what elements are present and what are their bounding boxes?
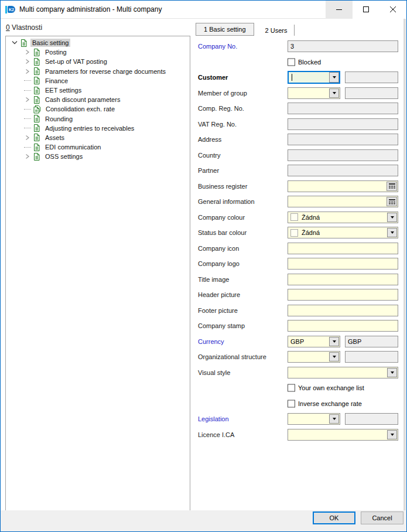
combo-member-of-group[interactable] <box>288 87 340 99</box>
caret-down-icon <box>333 356 336 358</box>
dropdown-button[interactable] <box>387 213 397 222</box>
caret-down-icon <box>333 340 336 343</box>
tree-item-parameters-for-reverse-charge-documents[interactable]: Parameters for reverse charge documents <box>6 67 190 76</box>
ok-button[interactable]: OK <box>313 511 355 524</box>
text-field-title-image[interactable] <box>288 274 398 285</box>
form-row-company-icon: Company icon <box>194 241 403 257</box>
tree-item-label: EDI communication <box>43 143 102 151</box>
tree-item-label: Set-up of VAT posting <box>43 57 109 66</box>
chevron-right-icon[interactable] <box>24 134 31 141</box>
table-lookup-icon[interactable] <box>387 197 397 206</box>
maximize-icon <box>363 4 369 15</box>
form-row-blocked: Blocked <box>194 54 403 70</box>
combo-legislation[interactable] <box>288 413 340 425</box>
documents-icon <box>33 105 41 114</box>
checkbox-blocked[interactable] <box>288 58 295 66</box>
tree-item-basic-setting[interactable]: Basic setting <box>6 38 190 47</box>
caret-down-icon <box>391 434 394 436</box>
form-row-status-bar-colour: Status bar colourŽádná <box>194 225 403 241</box>
tree-item-assets[interactable]: Assets <box>6 133 190 142</box>
checkbox-inverse-exchange-rate[interactable] <box>288 400 295 407</box>
dropdown-button[interactable] <box>329 352 339 362</box>
combo-company-colour[interactable]: Žádná <box>288 212 398 223</box>
titlebar: K2 Multi company administration - Multi … <box>1 1 406 19</box>
cancel-button[interactable]: Cancel <box>361 511 403 524</box>
form-label-status-bar-colour: Status bar colour <box>198 229 247 236</box>
form-label-general-information: General information <box>198 198 255 205</box>
table-lookup-icon[interactable] <box>387 182 397 191</box>
text-field-business-register[interactable] <box>288 180 398 192</box>
tree-item-rounding[interactable]: Rounding <box>6 114 190 124</box>
form-label-footer-picture: Footer picture <box>198 307 238 314</box>
form-label-company-logo: Company logo <box>198 260 240 267</box>
checkbox-your-own-exchange-list[interactable] <box>288 384 295 392</box>
tree-item-eet-settings[interactable]: EET settings <box>6 86 190 95</box>
form-label-customer: Customer <box>198 74 228 81</box>
combo-currency[interactable]: GBP <box>288 336 340 347</box>
minimize-button[interactable] <box>326 1 353 19</box>
tree-item-cash-discount-parameters[interactable]: Cash discount parameters <box>6 95 190 104</box>
color-swatch <box>290 213 298 221</box>
caret-down-icon <box>391 216 394 219</box>
caret-down-icon <box>333 92 336 94</box>
text-field-company-icon[interactable] <box>288 243 398 254</box>
chevron-right-icon[interactable] <box>24 96 31 103</box>
chevron-right-icon[interactable] <box>24 68 31 75</box>
text-field-header-picture[interactable] <box>288 289 398 301</box>
combo-status-bar-colour[interactable]: Žádná <box>288 227 398 238</box>
form-label-company-colour: Company colour <box>198 214 245 221</box>
form-row-address: Address <box>194 132 403 148</box>
tree-item-finance[interactable]: Finance <box>6 76 190 86</box>
combo-organizational-structure[interactable] <box>288 351 340 363</box>
tree-item-posting[interactable]: Posting <box>6 47 190 57</box>
text-field-general-information[interactable] <box>288 196 398 207</box>
text-field-company-logo[interactable] <box>288 258 398 270</box>
combo-customer[interactable] <box>288 71 340 84</box>
window-title: Multi company administration - Multi com… <box>19 5 162 13</box>
chevron-right-icon[interactable] <box>24 153 31 160</box>
tab-1-basic-setting[interactable]: 1 Basic setting <box>196 23 254 36</box>
document-icon <box>33 152 40 161</box>
tree-item-oss-settings[interactable]: OSS settings <box>6 152 190 161</box>
form-row-member-of-group: Member of group <box>194 86 403 101</box>
document-icon <box>33 124 40 132</box>
form-label-business-register: Business register <box>198 183 247 190</box>
field-value: 3 <box>290 43 294 50</box>
dropdown-button[interactable] <box>387 430 397 439</box>
dropdown-button[interactable] <box>329 337 339 346</box>
k2-logo-icon: K2 <box>5 5 15 14</box>
tree-item-consolidation-exch-rate[interactable]: Consolidation exch. rate <box>6 104 190 114</box>
tree-connector <box>24 80 31 81</box>
form-row-footer-picture: Footer picture <box>194 303 403 319</box>
tree-item-label: Cash discount parameters <box>43 96 122 104</box>
dropdown-button[interactable] <box>329 88 339 98</box>
document-icon <box>33 86 40 95</box>
tree-item-edi-communication[interactable]: EDI communication <box>6 142 190 152</box>
combo-visual-style[interactable] <box>288 367 398 378</box>
text-field-footer-picture[interactable] <box>288 305 398 316</box>
properties-label: Vlastnosti <box>10 23 42 32</box>
chevron-down-icon[interactable] <box>11 40 18 46</box>
dropdown-button[interactable] <box>329 72 339 83</box>
tree-item-set-up-of-vat-posting[interactable]: Set-up of VAT posting <box>6 57 190 66</box>
form-label-company-icon: Company icon <box>198 245 239 252</box>
close-button[interactable] <box>379 1 406 19</box>
tree-connector <box>24 118 31 119</box>
form-label-legislation: Legislation <box>198 415 229 422</box>
tree-item-label: Consolidation exch. rate <box>44 105 117 113</box>
dropdown-button[interactable] <box>329 414 339 424</box>
tab-2-users[interactable]: 2 Users <box>258 25 295 36</box>
chevron-right-icon[interactable] <box>24 58 31 65</box>
form-row-company-logo: Company logo <box>194 256 403 272</box>
tree-item-adjusting-entries-to-receivables[interactable]: Adjusting entries to receivables <box>6 124 190 133</box>
combo-licence-i-ca[interactable] <box>288 429 398 441</box>
tree-connector <box>24 128 31 128</box>
dropdown-button[interactable] <box>387 368 397 377</box>
form-label-comp-reg-no: Comp. Reg. No. <box>198 105 244 112</box>
text-field-legislation-name <box>345 413 398 425</box>
chevron-right-icon[interactable] <box>24 49 31 56</box>
text-field-company-stamp[interactable] <box>288 320 398 332</box>
dropdown-button[interactable] <box>387 228 397 237</box>
document-icon <box>33 76 40 85</box>
maximize-button[interactable] <box>353 1 379 19</box>
